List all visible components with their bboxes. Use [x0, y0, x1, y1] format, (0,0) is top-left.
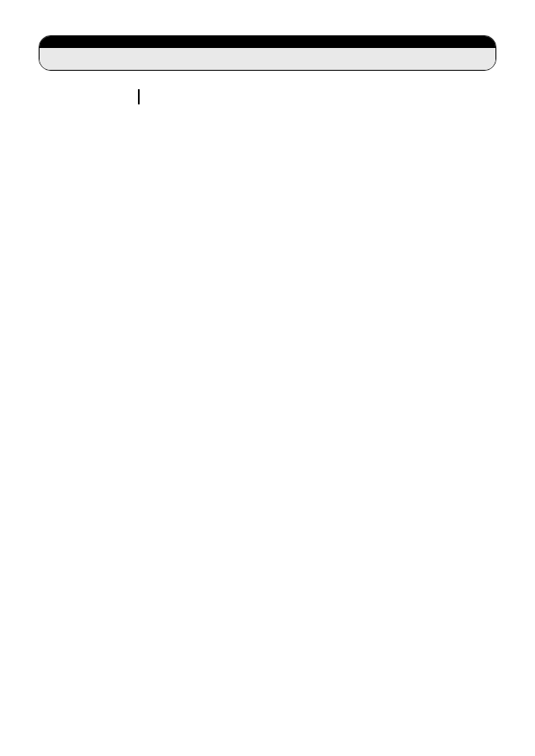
- column-divider: [138, 89, 140, 104]
- getting-to-secure-card: [39, 35, 496, 71]
- card-header: [40, 36, 495, 48]
- main-column: [151, 89, 506, 104]
- card-body: [40, 48, 495, 70]
- content-columns: [30, 89, 505, 104]
- sidebar: [30, 89, 138, 104]
